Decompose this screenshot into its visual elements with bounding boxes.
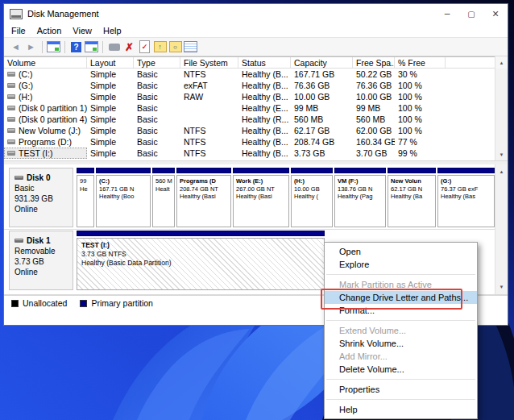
help-icon[interactable]: ? xyxy=(68,40,84,54)
disk-size: 3.73 GB xyxy=(15,256,68,267)
partition-block[interactable]: (G:)76.37 GB exFHealthy (Bas xyxy=(437,168,495,227)
column-header-free[interactable]: Free Spa... xyxy=(353,57,395,68)
volume-list-scrollbar[interactable]: ▼ xyxy=(495,69,508,160)
table-row[interactable]: (H:)SimpleBasicRAWHealthy (B...10.00 GB1… xyxy=(4,91,508,102)
table-row[interactable]: Programs (D:)SimpleBasicNTFSHealthy (B..… xyxy=(4,136,508,148)
table-row[interactable]: (Disk 0 partition 1)SimpleBasicHealthy (… xyxy=(4,102,508,114)
cell-type: Basic xyxy=(134,91,180,102)
column-header-volume[interactable]: Volume xyxy=(4,57,87,68)
volume-label: (C:) xyxy=(19,69,33,80)
explore-volume-icon[interactable]: ○ xyxy=(168,40,183,54)
partition-line2: 3.73 GB NTFS xyxy=(81,250,320,259)
partition-line3: Healthy (Basi xyxy=(236,193,286,201)
menu-item-properties[interactable]: Properties xyxy=(325,383,477,396)
partition-info[interactable]: (C:)167.71 GB NHealthy (Boo xyxy=(96,175,151,227)
forward-arrow-icon: ► xyxy=(27,42,35,52)
table-row[interactable]: (Disk 0 partition 4)SimpleBasicHealthy (… xyxy=(4,114,508,125)
show-console-tree-icon[interactable] xyxy=(84,40,99,54)
maximize-button[interactable]: ▢ xyxy=(459,4,483,23)
partition-info[interactable]: VM (F:)138.76 GB NHealthy (Pag xyxy=(334,175,386,227)
partition-block[interactable]: 560 MHealt xyxy=(152,168,175,227)
partition-info[interactable]: 99He xyxy=(77,175,94,227)
menu-item-explore[interactable]: Explore xyxy=(325,258,477,271)
cell-free: 10.00 GB xyxy=(353,91,395,102)
column-header-type[interactable]: Type xyxy=(134,57,180,68)
disk-name-label: Disk 0 xyxy=(27,173,50,183)
disk-size: 931.39 GB xyxy=(15,193,68,204)
column-header-capacity[interactable]: Capacity xyxy=(291,57,353,68)
table-row[interactable]: (G:)SimpleBasicexFATHealthy (B...76.36 G… xyxy=(4,80,508,91)
menubar-item-view[interactable]: View xyxy=(67,26,97,35)
scroll-down-icon[interactable]: ▼ xyxy=(495,149,508,160)
column-header-layout[interactable]: Layout xyxy=(87,57,134,68)
table-row[interactable]: TEST (I:)SimpleBasicNTFSHealthy (B...3.7… xyxy=(4,148,508,159)
extend-volume-icon[interactable]: ↑ xyxy=(152,40,168,54)
disk-header[interactable]: Disk 1Removable3.73 GBOnline xyxy=(9,231,73,290)
partition-info[interactable]: Programs (D208.74 GB NTHealthy (Basi xyxy=(176,175,231,227)
column-header-pct[interactable]: % Free xyxy=(395,57,446,68)
set-active-partition-icon[interactable]: ✓ xyxy=(137,40,152,54)
partition-info[interactable]: TEST (I:)3.73 GB NTFSHealthy (Basic Data… xyxy=(77,238,325,290)
partition-info[interactable]: (G:)76.37 GB exFHealthy (Bas xyxy=(437,175,495,227)
partition-line1: Work (E:) xyxy=(236,177,286,185)
forward-arrow-icon[interactable]: ► xyxy=(23,40,39,54)
cell-status: Healthy (B... xyxy=(238,80,291,91)
cell-layout: Simple xyxy=(87,114,134,125)
cell-capacity: 208.74 GB xyxy=(291,136,353,148)
partition-block[interactable]: TEST (I:)3.73 GB NTFSHealthy (Basic Data… xyxy=(77,231,325,290)
partition-info[interactable]: New Volun62.17 GB NHealthy (Ba xyxy=(388,175,436,227)
scroll-up-icon[interactable]: ▲ xyxy=(495,166,508,177)
menu-item-add-mirror: Add Mirror... xyxy=(325,350,477,363)
partition-info[interactable]: 560 MHealt xyxy=(152,175,175,227)
disk-name: Disk 0 xyxy=(15,173,68,183)
volume-icon xyxy=(7,139,15,144)
menu-item-help[interactable]: Help xyxy=(325,403,477,416)
console-window-icon[interactable] xyxy=(46,40,61,54)
properties-icon[interactable] xyxy=(183,40,198,54)
cell-volume: TEST (I:) xyxy=(4,148,87,159)
cell-pct: 30 % xyxy=(395,69,446,80)
partition-block[interactable]: New Volun62.17 GB NHealthy (Ba xyxy=(388,168,436,227)
cell-volume: (Disk 0 partition 4) xyxy=(4,114,87,125)
scroll-down-icon[interactable]: ▼ xyxy=(495,281,508,293)
disk-header[interactable]: Disk 0Basic931.39 GBOnline xyxy=(9,168,73,227)
table-row[interactable]: New Volume (J:)SimpleBasicNTFSHealthy (B… xyxy=(4,125,508,136)
command-prompt-icon[interactable] xyxy=(106,40,122,54)
partition-block[interactable]: 99He xyxy=(77,168,94,227)
partition-block[interactable]: Work (E:)267.00 GB NTHealthy (Basi xyxy=(233,168,289,227)
menubar-item-file[interactable]: File xyxy=(6,26,31,35)
set-active-partition-icon: ✓ xyxy=(139,40,150,53)
toolbar-separator xyxy=(64,41,65,53)
column-header-fs[interactable]: File System xyxy=(180,57,238,68)
minimize-button[interactable]: – xyxy=(435,4,459,23)
scroll-up-icon[interactable]: ▲ xyxy=(495,56,508,69)
primary-partition-strip xyxy=(77,168,94,173)
legend-swatch xyxy=(11,300,19,307)
menu-item-open[interactable]: Open xyxy=(325,245,477,258)
disk-name-label: Disk 1 xyxy=(27,235,50,246)
close-button[interactable]: × xyxy=(483,4,508,23)
menubar-item-help[interactable]: Help xyxy=(97,26,127,35)
cell-status: Healthy (R... xyxy=(238,114,291,125)
menubar-item-action[interactable]: Action xyxy=(31,26,68,35)
partition-block[interactable]: (C:)167.71 GB NHealthy (Boo xyxy=(96,168,151,227)
graph-scrollbar[interactable]: ▲ ▼ xyxy=(495,164,508,294)
disk-kind: Basic xyxy=(15,183,68,193)
back-arrow-icon[interactable]: ◄ xyxy=(8,40,23,54)
cell-capacity: 560 MB xyxy=(291,114,353,125)
column-header-status[interactable]: Status xyxy=(238,57,291,68)
partition-info[interactable]: (H:)10.00 GBHealthy ( xyxy=(291,175,333,227)
menu-item-shrink-volume[interactable]: Shrink Volume... xyxy=(325,337,477,350)
partition-info[interactable]: Work (E:)267.00 GB NTHealthy (Basi xyxy=(233,175,289,227)
menu-item-delete-volume[interactable]: Delete Volume... xyxy=(325,363,477,376)
partition-block[interactable]: Programs (D208.74 GB NTHealthy (Basi xyxy=(176,168,231,227)
partition-block[interactable]: VM (F:)138.76 GB NHealthy (Pag xyxy=(334,168,386,227)
partition-block[interactable]: (H:)10.00 GBHealthy ( xyxy=(291,168,333,227)
delete-volume-icon[interactable]: ✗ xyxy=(122,40,137,54)
disk-state: Online xyxy=(15,267,68,277)
table-row[interactable]: (C:)SimpleBasicNTFSHealthy (B...167.71 G… xyxy=(4,69,508,80)
explore-volume-icon: ○ xyxy=(169,41,182,52)
cell-type: Basic xyxy=(134,102,180,114)
menu-item-change-drive-letter-and-paths[interactable]: Change Drive Letter and Paths... xyxy=(325,291,477,304)
menu-item-format[interactable]: Format... xyxy=(325,304,477,317)
